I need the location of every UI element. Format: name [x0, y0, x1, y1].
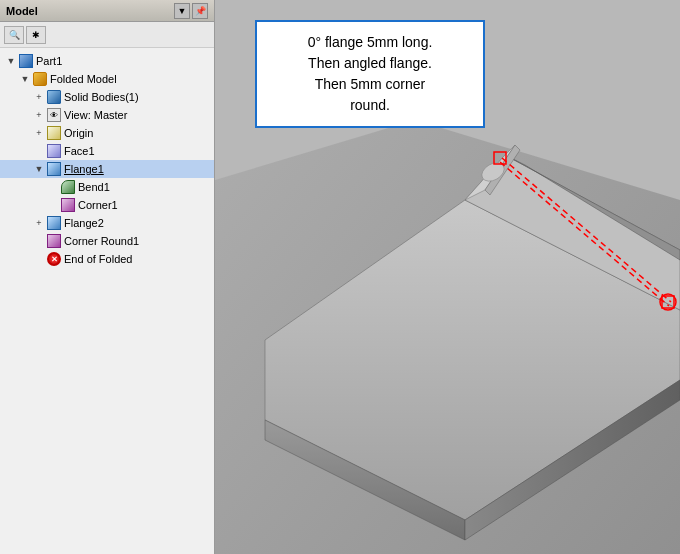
label-corner-round1: Corner Round1 — [64, 235, 139, 247]
expander-folded-model[interactable]: ▼ — [18, 72, 32, 86]
annotation-line3: Then 5mm corner — [315, 76, 425, 92]
viewport[interactable]: 0° flange 5mm long. Then angled flange. … — [215, 0, 680, 554]
tree-item-folded-model[interactable]: ▼ Folded Model — [0, 70, 214, 88]
label-part1: Part1 — [36, 55, 62, 67]
sidebar-header: Model ▼ 📌 — [0, 0, 214, 22]
annotation-line1: 0° flange 5mm long. — [308, 34, 433, 50]
icon-view-master: 👁 — [46, 107, 62, 123]
expander-flange2[interactable]: + — [32, 216, 46, 230]
tree-item-face1[interactable]: Face1 — [0, 142, 214, 160]
icon-face1 — [46, 143, 62, 159]
main-container: Model ▼ 📌 🔍 ✱ ▼ Part1 ▼ Folded Model — [0, 0, 680, 554]
annotation-callout: 0° flange 5mm long. Then angled flange. … — [255, 20, 485, 128]
tree-item-view-master[interactable]: + 👁 View: Master — [0, 106, 214, 124]
tree-item-end-of-folded[interactable]: End of Folded — [0, 250, 214, 268]
label-origin: Origin — [64, 127, 93, 139]
tree-item-flange1[interactable]: ▼ Flange1 — [0, 160, 214, 178]
icon-flange2 — [46, 215, 62, 231]
sidebar-toolbar: 🔍 ✱ — [0, 22, 214, 48]
expander-end-of-folded — [32, 252, 46, 266]
label-folded-model: Folded Model — [50, 73, 117, 85]
icon-part1 — [18, 53, 34, 69]
icon-end-of-folded — [46, 251, 62, 267]
tree-item-solid-bodies[interactable]: + Solid Bodies(1) — [0, 88, 214, 106]
label-flange1: Flange1 — [64, 163, 104, 175]
expander-flange1[interactable]: ▼ — [32, 162, 46, 176]
tree-item-corner-round1[interactable]: Corner Round1 — [0, 232, 214, 250]
annotation-text: 0° flange 5mm long. Then angled flange. … — [308, 34, 433, 113]
label-end-of-folded: End of Folded — [64, 253, 133, 265]
expander-view-master[interactable]: + — [32, 108, 46, 122]
tree-item-bend1[interactable]: Bend1 — [0, 178, 214, 196]
annotation-line4: round. — [350, 97, 390, 113]
expander-face1 — [32, 144, 46, 158]
expander-corner-round1 — [32, 234, 46, 248]
icon-folded-model — [32, 71, 48, 87]
sidebar-title: Model — [6, 5, 38, 17]
tree-item-flange2[interactable]: + Flange2 — [0, 214, 214, 232]
label-bend1: Bend1 — [78, 181, 110, 193]
tree-item-origin[interactable]: + Origin — [0, 124, 214, 142]
sidebar-pin-btn[interactable]: 📌 — [192, 3, 208, 19]
tree-item-part1[interactable]: ▼ Part1 — [0, 52, 214, 70]
label-solid-bodies: Solid Bodies(1) — [64, 91, 139, 103]
icon-flange1 — [46, 161, 62, 177]
label-face1: Face1 — [64, 145, 95, 157]
icon-origin — [46, 125, 62, 141]
expander-solid-bodies[interactable]: + — [32, 90, 46, 104]
toolbar-btn-1[interactable]: 🔍 — [4, 26, 24, 44]
icon-bend1 — [60, 179, 76, 195]
icon-solid-bodies — [46, 89, 62, 105]
sidebar-collapse-btn[interactable]: ▼ — [174, 3, 190, 19]
expander-corner1 — [46, 198, 60, 212]
tree-item-corner1[interactable]: Corner1 — [0, 196, 214, 214]
toolbar-btn-2[interactable]: ✱ — [26, 26, 46, 44]
sidebar: Model ▼ 📌 🔍 ✱ ▼ Part1 ▼ Folded Model — [0, 0, 215, 554]
label-flange2: Flange2 — [64, 217, 104, 229]
annotation-line2: Then angled flange. — [308, 55, 432, 71]
expander-part1[interactable]: ▼ — [4, 54, 18, 68]
label-view-master: View: Master — [64, 109, 127, 121]
label-corner1: Corner1 — [78, 199, 118, 211]
icon-corner-round1 — [46, 233, 62, 249]
expander-bend1 — [46, 180, 60, 194]
tree-content: ▼ Part1 ▼ Folded Model + Solid Bodies(1)… — [0, 48, 214, 554]
expander-origin[interactable]: + — [32, 126, 46, 140]
icon-corner1 — [60, 197, 76, 213]
